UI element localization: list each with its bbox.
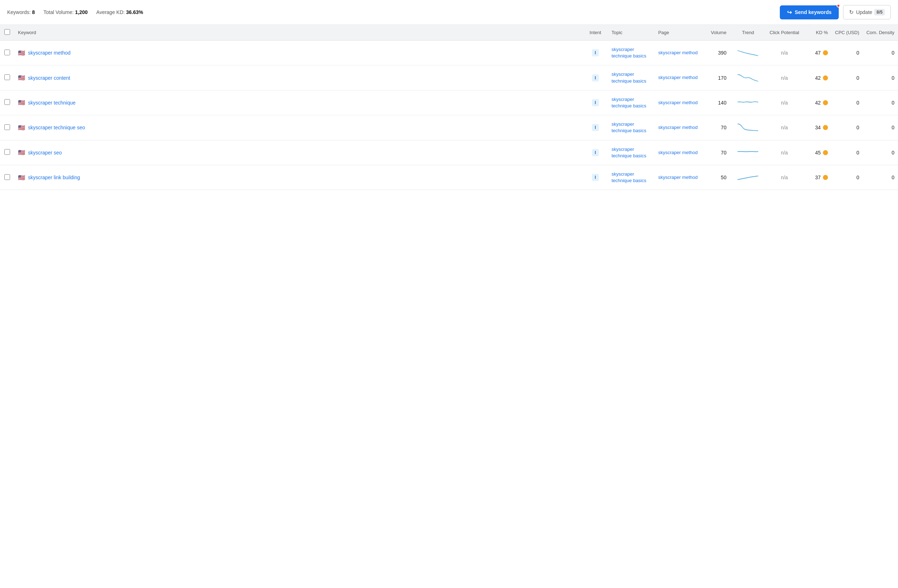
flag-icon: 🇺🇸 [18,149,25,156]
row-intent-cell: I [583,90,608,115]
row-checkbox-cell[interactable] [0,65,14,90]
header-keyword: Keyword [14,25,583,41]
topic-link[interactable]: skyscraper technique basics [611,171,646,183]
row-com-density-cell: 0 [863,140,898,165]
toolbar-actions: ↪ Send keywords ↻ Update 8/5 [780,5,891,19]
trend-chart [737,47,759,59]
topic-link[interactable]: skyscraper technique basics [611,71,646,83]
row-trend-cell [730,115,766,140]
row-keyword-cell: 🇺🇸 skyscraper method [14,41,583,65]
kd-dot [823,75,828,80]
row-cpc-cell: 0 [832,65,863,90]
keyword-link[interactable]: skyscraper technique seo [28,125,85,130]
row-checkbox[interactable] [4,149,10,155]
volume-value: 140 [718,100,726,106]
update-badge: 8/5 [874,9,885,15]
page-link[interactable]: skyscraper method [658,125,698,130]
com-density-value: 0 [892,125,894,130]
cpc-value: 0 [856,50,859,56]
intent-badge: I [592,124,599,131]
row-intent-cell: I [583,140,608,165]
row-intent-cell: I [583,65,608,90]
row-checkbox[interactable] [4,49,10,55]
keyword-link[interactable]: skyscraper seo [28,150,62,155]
cpc-value: 0 [856,75,859,81]
row-checkbox-cell[interactable] [0,41,14,65]
volume-value: 50 [721,175,727,180]
header-page: Page [655,25,701,41]
flag-icon: 🇺🇸 [18,74,25,81]
page-link[interactable]: skyscraper method [658,100,698,105]
intent-badge: I [592,99,599,106]
keyword-link[interactable]: skyscraper technique [28,100,75,106]
row-checkbox-cell[interactable] [0,90,14,115]
toolbar-stats: Keywords: 8 Total Volume: 1,200 Average … [7,9,771,15]
header-kd: KD % [803,25,832,41]
header-trend: Trend [730,25,766,41]
trend-chart [737,97,759,108]
row-trend-cell [730,65,766,90]
row-keyword-cell: 🇺🇸 skyscraper content [14,65,583,90]
toolbar: Keywords: 8 Total Volume: 1,200 Average … [0,0,898,25]
topic-link[interactable]: skyscraper technique basics [611,122,646,133]
click-potential-value: n/a [781,100,788,106]
volume-value: 390 [718,50,726,56]
keyword-link[interactable]: skyscraper content [28,75,71,81]
row-checkbox-cell[interactable] [0,165,14,190]
topic-link[interactable]: skyscraper technique basics [611,146,646,159]
keyword-link[interactable]: skyscraper link building [28,175,80,180]
kd-number: 45 [815,150,821,155]
kd-number: 42 [815,75,821,81]
kd-dot [823,50,828,55]
row-cpc-cell: 0 [832,140,863,165]
row-click-potential-cell: n/a [766,140,803,165]
header-checkbox[interactable] [0,25,14,41]
topic-link[interactable]: skyscraper technique basics [611,97,646,108]
row-volume-cell: 70 [701,140,730,165]
row-cpc-cell: 0 [832,41,863,65]
update-button[interactable]: ↻ Update 8/5 [843,5,891,19]
keyword-link[interactable]: skyscraper method [28,50,71,56]
row-page-cell: skyscraper method [655,165,701,190]
row-click-potential-cell: n/a [766,65,803,90]
kd-dot [823,100,828,105]
send-icon: ↪ [787,9,792,16]
kd-dot [823,125,828,130]
kd-number: 34 [815,125,821,130]
header-topic: Topic [608,25,655,41]
table-row: 🇺🇸 skyscraper seo I skyscraper technique… [0,140,898,165]
row-com-density-cell: 0 [863,90,898,115]
page-link[interactable]: skyscraper method [658,50,698,55]
select-all-checkbox[interactable] [4,29,10,35]
topic-link[interactable]: skyscraper technique basics [611,47,646,58]
intent-badge: I [592,49,599,56]
row-checkbox[interactable] [4,174,10,180]
kd-number: 47 [815,50,821,56]
table-header-row: Keyword Intent Topic Page Volume Trend C… [0,25,898,41]
row-volume-cell: 170 [701,65,730,90]
row-topic-cell: skyscraper technique basics [608,165,655,190]
com-density-value: 0 [892,150,894,155]
row-click-potential-cell: n/a [766,115,803,140]
header-volume: Volume [701,25,730,41]
page-link[interactable]: skyscraper method [658,150,698,155]
intent-badge: I [592,149,599,156]
volume-value: 70 [721,125,727,130]
row-cpc-cell: 0 [832,165,863,190]
kd-number: 42 [815,100,821,106]
row-checkbox-cell[interactable] [0,115,14,140]
page-link[interactable]: skyscraper method [658,175,698,180]
row-checkbox[interactable] [4,99,10,105]
keyword-table-container: Keyword Intent Topic Page Volume Trend C… [0,25,898,190]
row-com-density-cell: 0 [863,65,898,90]
page-link[interactable]: skyscraper method [658,75,698,80]
com-density-value: 0 [892,50,894,56]
row-checkbox[interactable] [4,124,10,130]
row-checkbox-cell[interactable] [0,140,14,165]
row-checkbox[interactable] [4,74,10,80]
keywords-stat: Keywords: 8 [7,9,35,15]
send-keywords-button[interactable]: ↪ Send keywords [780,5,839,19]
row-cpc-cell: 0 [832,90,863,115]
volume-value: 1,200 [75,9,88,15]
volume-stat: Total Volume: 1,200 [43,9,88,15]
